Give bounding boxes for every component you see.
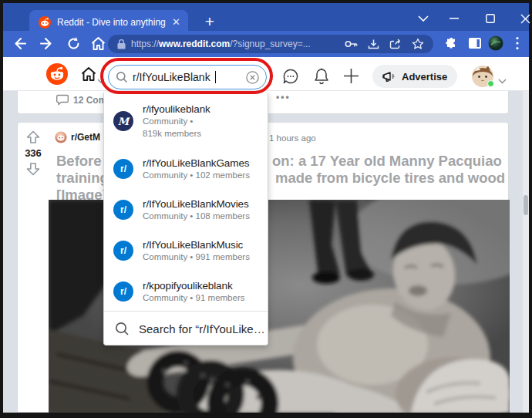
maximize-button[interactable] [480, 9, 500, 28]
scrollbar-track[interactable] [523, 91, 529, 413]
subreddit-avatar [55, 131, 67, 143]
community-avatar: r/ [113, 281, 133, 302]
suggestion-item[interactable]: r/ r/IfYouLikeBlankMovies Community • 10… [113, 194, 261, 226]
search-value: r/IfYouLikeBlank [133, 71, 210, 83]
browser-window: Reddit - Dive into anything ✕ + [0, 0, 532, 418]
suggestion-item[interactable]: r/ r/kpopifyoulikeblank Community • 91 m… [113, 275, 261, 308]
community-meta: 819k members [143, 127, 210, 140]
reddit-logo-icon[interactable] [46, 63, 68, 88]
community-meta: Community • 91 members [143, 292, 244, 304]
community-meta: Community • 108 members [143, 210, 250, 222]
downvote-icon[interactable] [25, 161, 41, 177]
post-overflow-menu[interactable]: ••• [276, 92, 291, 103]
browser-profile-avatar[interactable] [488, 35, 503, 54]
url-text: https://www.reddit.com/?signup_survey=..… [131, 39, 311, 49]
post-title-fragment[interactable]: on: a 17 Year old Manny Pacquiao [272, 153, 502, 170]
search-for-label: Search for “r/IfYouLike… [139, 322, 265, 335]
search-icon [115, 322, 130, 336]
post-title-fragment[interactable]: made from bicycle tires and wood [275, 170, 505, 187]
community-name: r/ifyoulikeblank [143, 103, 210, 115]
account-chevron-icon[interactable] [498, 73, 507, 87]
split-screen-icon[interactable] [469, 38, 481, 52]
extensions-puzzle-icon[interactable] [445, 37, 458, 53]
community-meta: Community • 991 members [143, 251, 250, 263]
close-button[interactable] [515, 9, 532, 28]
scrollbar-thumb[interactable] [524, 195, 528, 215]
minimize-button[interactable] [444, 9, 464, 28]
bookmark-star-icon[interactable] [412, 38, 424, 50]
lock-icon [117, 39, 126, 49]
suggestion-item[interactable]: M r/ifyoulikeblank Community • 819k memb… [113, 100, 261, 142]
post-time: 1 hours ago [269, 133, 316, 143]
megaphone-icon [382, 70, 396, 83]
password-key-icon[interactable] [345, 39, 358, 49]
download-icon[interactable] [368, 39, 379, 50]
vote-count: 336 [25, 147, 42, 159]
clear-search-icon[interactable] [246, 71, 259, 84]
reload-button[interactable] [66, 36, 81, 54]
community-avatar: r/ [113, 159, 133, 179]
community-meta: Community • 102 members [143, 169, 250, 181]
tab-search-chevron-icon[interactable] [413, 9, 433, 28]
chat-icon[interactable] [282, 68, 299, 88]
community-meta: Community • [143, 115, 210, 127]
post-meta: r/GetM [55, 131, 100, 143]
community-name: r/IfYouLikeBlankMusic [143, 239, 250, 251]
online-status-dot [487, 80, 494, 87]
advertise-button[interactable]: Advertise [372, 65, 457, 88]
community-dropdown-chevron-icon[interactable] [97, 72, 105, 86]
reddit-home-icon[interactable] [80, 66, 97, 86]
community-avatar: M [113, 111, 133, 131]
browser-menu-icon[interactable] [516, 36, 519, 53]
dropdown-divider [104, 311, 268, 312]
create-post-plus-icon[interactable] [342, 67, 360, 88]
community-avatar: r/ [113, 241, 133, 261]
advertise-label: Advertise [402, 71, 447, 83]
search-icon [116, 71, 128, 83]
forward-button[interactable] [39, 35, 55, 55]
comment-icon [56, 94, 69, 106]
post-title-fragment[interactable]: training [56, 170, 109, 187]
reddit-favicon-icon [39, 16, 51, 29]
feed-content: 12 Comments ••• 336 [3, 91, 529, 413]
titlebar: Reddit - Dive into anything ✕ + [3, 3, 529, 31]
vote-column: 336 [18, 123, 49, 412]
suggestion-item[interactable]: r/ r/IfYouLikeBlankMusic Community • 991… [113, 234, 261, 267]
upvote-icon[interactable] [25, 130, 41, 145]
community-name: r/IfYouLikeBlankGames [143, 157, 250, 169]
community-name: r/kpopifyoulikeblank [143, 280, 244, 292]
community-avatar: r/ [113, 200, 133, 220]
address-bar[interactable]: https://www.reddit.com/?signup_survey=..… [108, 35, 433, 53]
text-caret [215, 71, 217, 83]
tab-title: Reddit - Dive into anything [57, 17, 166, 28]
community-name: r/IfYouLikeBlankMovies [143, 198, 250, 210]
suggestion-item[interactable]: r/ r/IfYouLikeBlankGames Community • 102… [113, 153, 261, 185]
back-button[interactable] [12, 35, 28, 55]
search-input[interactable]: r/IfYouLikeBlank [108, 65, 267, 89]
home-button[interactable] [90, 35, 106, 55]
notifications-bell-icon[interactable] [313, 67, 330, 88]
new-tab-button[interactable]: + [199, 11, 221, 32]
search-for-row[interactable]: Search for “r/IfYouLike… [115, 315, 265, 342]
share-icon[interactable] [389, 39, 402, 49]
subreddit-name[interactable]: r/GetM [71, 132, 100, 143]
search-suggestions-dropdown: M r/ifyoulikeblank Community • 819k memb… [103, 93, 268, 346]
tab-close-icon[interactable]: ✕ [172, 17, 180, 27]
